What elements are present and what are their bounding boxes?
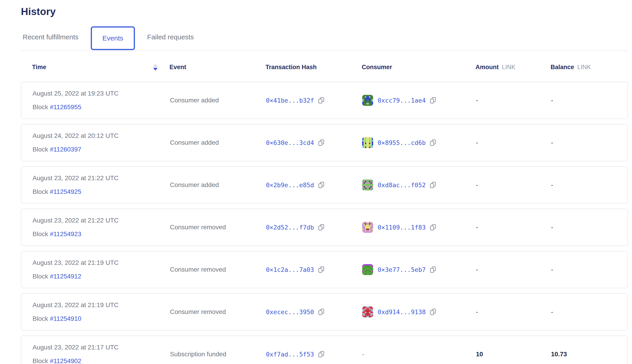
page-title: History <box>21 6 628 17</box>
block-label: Block <box>32 230 48 238</box>
balance-value: - <box>551 139 616 146</box>
tab-recent-fulfillments[interactable]: Recent fulfillments <box>21 24 80 50</box>
consumer-address-link[interactable]: 0×3e77...5eb7 <box>378 266 426 273</box>
amount-value: - <box>476 139 551 146</box>
amount-value: - <box>476 181 551 188</box>
time-cell: August 23, 2022 at 21:19 UTC Block #1125… <box>32 302 170 322</box>
copy-icon[interactable] <box>318 224 325 231</box>
block-number-link[interactable]: #11254925 <box>50 188 81 195</box>
sort-desc-icon[interactable] <box>153 64 158 70</box>
balance-unit-label: LINK <box>578 64 591 71</box>
copy-icon[interactable] <box>318 139 325 146</box>
time-cell: August 23, 2022 at 21:17 UTC Block #1125… <box>32 344 170 364</box>
consumer-identicon <box>362 306 373 317</box>
amount-unit-label: LINK <box>502 64 516 71</box>
block-line: Block #11254902 <box>32 358 170 364</box>
consumer-address-link[interactable]: 0xcc79...1ae4 <box>378 97 426 104</box>
transaction-hash-cell: 0xecec...3950 <box>266 308 362 316</box>
consumer-address-link[interactable]: 0xd8ac...f052 <box>378 182 426 188</box>
transaction-hash-link[interactable]: 0xf7ad...5f53 <box>266 351 314 358</box>
balance-value: - <box>551 308 616 316</box>
block-number-link[interactable]: #11260397 <box>50 146 81 153</box>
event-timestamp: August 23, 2022 at 21:22 UTC <box>32 174 170 182</box>
event-timestamp: August 23, 2022 at 21:19 UTC <box>32 302 170 309</box>
consumer-address-link[interactable]: 0×8955...cd6b <box>378 139 426 146</box>
table-row: August 24, 2022 at 20:12 UTC Block #1126… <box>21 124 628 161</box>
transaction-hash-link[interactable]: 0×2d52...f7db <box>266 224 314 231</box>
copy-icon[interactable] <box>318 96 325 104</box>
table-row: August 23, 2022 at 21:19 UTC Block #1125… <box>21 251 628 288</box>
consumer-cell: 0×8955...cd6b <box>362 137 476 148</box>
block-line: Block #11254925 <box>32 188 170 196</box>
block-number-link[interactable]: #11254910 <box>50 315 81 322</box>
tab-events[interactable]: Events <box>91 26 135 50</box>
consumer-identicon <box>362 222 373 233</box>
copy-icon[interactable] <box>318 266 325 274</box>
copy-icon[interactable] <box>429 308 436 316</box>
copy-icon[interactable] <box>429 96 436 104</box>
balance-value: 10.73 <box>551 350 616 358</box>
event-type: Consumer added <box>170 97 266 104</box>
copy-icon[interactable] <box>429 224 436 231</box>
consumer-identicon <box>362 180 373 190</box>
transaction-hash-cell: 0×41be...b32f <box>266 96 362 104</box>
block-line: Block #11260397 <box>32 146 170 153</box>
transaction-hash-cell: 0×1c2a...7a03 <box>266 266 362 274</box>
consumer-cell: 0xd914...9138 <box>362 306 476 317</box>
amount-value: - <box>476 266 551 273</box>
event-type: Consumer added <box>170 181 266 188</box>
copy-icon[interactable] <box>429 181 436 189</box>
column-header-balance: Balance LINK <box>550 64 617 71</box>
time-cell: August 23, 2022 at 21:19 UTC Block #1125… <box>32 259 170 280</box>
copy-icon[interactable] <box>429 266 436 274</box>
consumer-identicon <box>362 264 373 275</box>
event-type: Consumer added <box>170 139 266 146</box>
amount-value: - <box>476 308 551 316</box>
transaction-hash-link[interactable]: 0xecec...3950 <box>266 308 314 316</box>
table-row: August 23, 2022 at 21:22 UTC Block #1125… <box>21 208 628 246</box>
consumer-cell: 0xd8ac...f052 <box>362 180 476 190</box>
copy-icon[interactable] <box>318 308 325 316</box>
sort-desc-arrow <box>153 68 158 70</box>
balance-value: - <box>551 224 616 231</box>
transaction-hash-link[interactable]: 0×2b9e...e85d <box>266 182 314 188</box>
copy-icon[interactable] <box>318 350 325 358</box>
amount-value: - <box>476 224 551 231</box>
consumer-cell: 0×1109...1f83 <box>362 222 476 233</box>
transaction-hash-link[interactable]: 0×630e...3cd4 <box>266 139 314 146</box>
table-row: August 23, 2022 at 21:19 UTC Block #1125… <box>21 293 628 330</box>
balance-value: - <box>551 266 616 273</box>
block-label: Block <box>32 104 48 110</box>
copy-icon[interactable] <box>429 139 436 146</box>
event-type: Subscription funded <box>170 350 266 358</box>
consumer-address-link[interactable]: 0xd914...9138 <box>378 308 426 316</box>
block-number-link[interactable]: #11254902 <box>50 358 81 364</box>
consumer-address-link[interactable]: 0×1109...1f83 <box>378 224 426 231</box>
table-header: Time Event Transaction Hash Consumer Amo… <box>21 64 628 71</box>
transaction-hash-link[interactable]: 0×41be...b32f <box>266 97 314 104</box>
balance-value: - <box>551 181 616 188</box>
event-timestamp: August 23, 2022 at 21:19 UTC <box>32 259 170 266</box>
tab-failed-requests[interactable]: Failed requests <box>145 24 196 50</box>
block-line: Block #11254910 <box>32 315 170 322</box>
consumer-address-link: - <box>362 350 364 358</box>
block-number-link[interactable]: #11254912 <box>50 273 81 280</box>
consumer-identicon <box>362 137 373 148</box>
copy-icon[interactable] <box>318 181 325 189</box>
event-timestamp: August 24, 2022 at 20:12 UTC <box>32 132 170 140</box>
amount-value: - <box>476 97 551 104</box>
time-cell: August 23, 2022 at 21:22 UTC Block #1125… <box>32 217 170 238</box>
block-number-link[interactable]: #11254923 <box>50 230 81 238</box>
amount-value: 10 <box>476 350 551 358</box>
transaction-hash-cell: 0×630e...3cd4 <box>266 139 362 146</box>
consumer-cell: 0×3e77...5eb7 <box>362 264 476 275</box>
event-type: Consumer removed <box>170 266 266 273</box>
sort-asc-arrow <box>153 64 158 67</box>
transaction-hash-link[interactable]: 0×1c2a...7a03 <box>266 266 314 273</box>
transaction-hash-cell: 0×2d52...f7db <box>266 224 362 231</box>
table-row: August 25, 2022 at 19:23 UTC Block #1126… <box>21 82 628 119</box>
table-body: August 25, 2022 at 19:23 UTC Block #1126… <box>21 82 628 364</box>
block-label: Block <box>32 273 48 280</box>
consumer-identicon <box>362 95 373 106</box>
block-number-link[interactable]: #11265955 <box>50 104 81 110</box>
